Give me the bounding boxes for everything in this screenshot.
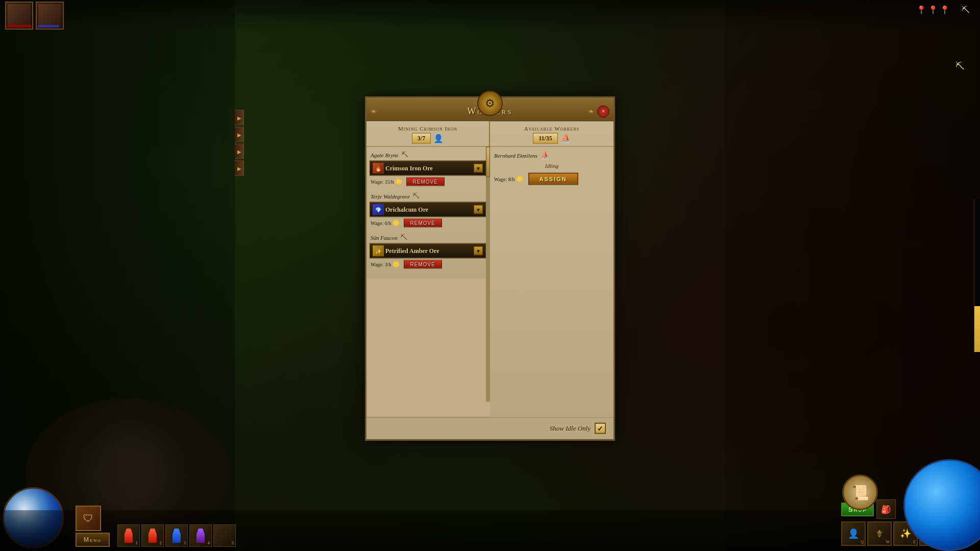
worker-profession-icon-0: ⛏	[401, 151, 408, 159]
dialog-footer: Show Idle Only ✓	[366, 417, 614, 439]
ability-key-w: W	[886, 540, 890, 544]
worker-entry-0: Agate Bryne ⛏ 🔥 Crimson Iron Ore ▼ Wage:…	[370, 151, 486, 186]
skill-icon[interactable]: 🛡	[76, 506, 101, 531]
dialog-titlebar: ❧ Workers ❧ ×	[366, 98, 614, 121]
scroll-widget[interactable]: 📜	[842, 474, 878, 510]
shop-icon[interactable]: 🎒	[876, 499, 896, 519]
minimap-pin-3[interactable]: 📍	[940, 5, 950, 15]
left-scrollbar[interactable]	[486, 147, 490, 402]
hotbar-slot-3[interactable]: 3	[165, 524, 188, 547]
right-count-badge: 11/35	[533, 133, 558, 144]
side-icon-4[interactable]: ▶	[235, 161, 244, 176]
top-hud	[0, 0, 980, 31]
hotbar-potion-3	[172, 529, 182, 543]
worker-name-row-0: Agate Bryne ⛏	[370, 151, 486, 159]
minimap-pin-1[interactable]: 📍	[916, 5, 926, 15]
remove-btn-1[interactable]: REMOVE	[404, 219, 442, 228]
bottom-hud: 🛡 Menu 1 2 3 4 5	[0, 510, 980, 551]
worker-entry-1: Terje Waldegrave ⛏ 💎 Orichalcum Ore ▼ Wa…	[370, 192, 486, 228]
side-icon-1[interactable]: ▶	[235, 110, 244, 126]
left-workers-list: Agate Bryne ⛏ 🔥 Crimson Iron Ore ▼ Wage:…	[366, 147, 489, 279]
ability-w-icon: 🗡	[875, 529, 884, 539]
wage-1: Wage: 6/h 🪙	[371, 220, 400, 227]
ore-icon-0: 🔥	[373, 163, 384, 174]
dialog-body: Mining Crimson Iron 3/7 👤 Agate Bryne ⛏	[366, 121, 614, 417]
ornament-right: ❧	[588, 107, 594, 116]
show-idle-label: Show Idle Only	[550, 424, 591, 433]
side-icons-panel: ▶ ▶ ▶ ▶	[235, 110, 244, 176]
worker-status-0: Idling	[494, 161, 609, 170]
bottom-left-hud: 🛡 Menu	[76, 506, 115, 547]
remove-btn-0[interactable]: REMOVE	[406, 178, 445, 186]
left-scroll-handle[interactable]	[486, 147, 490, 178]
assignment-row-2: ✨ Petrified Amber Ore ▼	[370, 243, 486, 259]
assign-btn-0[interactable]: ASSIGN	[528, 173, 578, 185]
ability-slot-w[interactable]: 🗡 W	[867, 521, 892, 546]
portrait-1[interactable]	[5, 2, 33, 30]
coin-icon-2: 🪙	[393, 261, 400, 268]
hotbar-number-4: 4	[207, 540, 210, 545]
left-panel-label: Mining Crimson Iron	[369, 126, 486, 132]
ability-key-e: E	[913, 540, 916, 544]
remove-btn-2[interactable]: REMOVE	[404, 260, 442, 269]
available-workers-list: Bernhard Ekmilens ⛵ Idling Wage: 8/h 🪙 A…	[490, 147, 614, 195]
right-worker-icon: ⛵	[560, 134, 571, 143]
assign-wage-row-0: Wage: 8/h 🪙 ASSIGN	[494, 173, 609, 185]
portrait-image-1	[8, 4, 31, 27]
coin-icon-1: 🪙	[393, 220, 400, 227]
right-panel: Available Workers 11/35 ⛵ Bernhard Ekmil…	[490, 121, 614, 417]
ore-name-2: Petrified Amber Ore	[385, 247, 472, 255]
worker-name-2: Sūn Faucon	[371, 235, 398, 241]
available-worker-name-row-0: Bernhard Ekmilens ⛵	[494, 151, 609, 160]
right-panel-header: Available Workers 11/35 ⛵	[490, 121, 614, 147]
hotbar-slot-4[interactable]: 4	[189, 524, 212, 547]
hotbar-slot-1[interactable]: 1	[117, 524, 140, 547]
available-coin-0: 🪙	[516, 176, 523, 182]
hotbar-potion-1	[124, 529, 134, 543]
hotbar-potion-4	[195, 529, 206, 543]
wage-2: Wage: 3/h 🪙	[371, 261, 400, 268]
hotbar-slot-2[interactable]: 2	[141, 524, 164, 547]
hp-bar-2	[38, 25, 59, 28]
portrait-2[interactable]	[36, 2, 64, 30]
menu-button[interactable]: Menu	[76, 533, 110, 547]
left-worker-icon: 👤	[433, 134, 444, 143]
left-worker-count-row: 3/7 👤	[369, 133, 486, 144]
ore-dropdown-2[interactable]: ▼	[474, 246, 483, 256]
dialog-emblem	[477, 91, 503, 116]
hotbar-number-5: 5	[231, 540, 234, 545]
ability-key-q: Q	[861, 540, 864, 544]
close-button[interactable]: ×	[597, 105, 609, 117]
side-icon-3[interactable]: ▶	[235, 144, 244, 159]
left-panel-header: Mining Crimson Iron 3/7 👤	[366, 121, 489, 147]
show-idle-checkbox[interactable]: ✓	[595, 423, 606, 434]
ore-name-1: Orichalcum Ore	[385, 206, 472, 213]
workers-dialog: ❧ Workers ❧ × Mining Crimson Iron 3/7 👤	[365, 97, 615, 441]
worker-name-row-1: Terje Waldegrave ⛏	[370, 192, 486, 201]
ability-slot-q[interactable]: 👤 Q	[841, 521, 866, 546]
minimap-pin-2[interactable]: 📍	[928, 5, 938, 15]
worker-profession-icon-1: ⛏	[412, 192, 420, 201]
worker-name-1: Terje Waldegrave	[371, 193, 410, 199]
ore-name-0: Crimson Iron Ore	[385, 164, 472, 172]
map-pickaxe-icon[interactable]: ⛏	[962, 6, 970, 15]
assignment-row-1: 💎 Orichalcum Ore ▼	[370, 202, 486, 217]
ore-icon-1: 💎	[373, 204, 384, 215]
available-worker-icon-0: ⛵	[540, 151, 549, 160]
worker-name-row-2: Sūn Faucon ⛏	[370, 234, 486, 242]
ornament-left: ❧	[371, 107, 377, 116]
side-icon-2[interactable]: ▶	[235, 127, 244, 142]
left-panel-container: Mining Crimson Iron 3/7 👤 Agate Bryne ⛏	[366, 121, 490, 417]
hotbar-number-2: 2	[159, 540, 162, 545]
hp-bar-1	[7, 25, 31, 28]
hotbar-slot-5[interactable]: 5	[213, 524, 236, 547]
wage-remove-row-1: Wage: 6/h 🪙 REMOVE	[370, 219, 486, 228]
worker-profession-icon-2: ⛏	[400, 234, 407, 242]
available-wage-0: Wage: 8/h 🪙	[494, 176, 523, 182]
ore-dropdown-1[interactable]: ▼	[474, 205, 483, 214]
right-worker-count-row: 11/35 ⛵	[493, 133, 611, 144]
ore-dropdown-0[interactable]: ▼	[474, 164, 483, 173]
right-panel-label: Available Workers	[493, 126, 611, 132]
assignment-row-0: 🔥 Crimson Iron Ore ▼	[370, 161, 486, 176]
left-count-badge: 3/7	[412, 133, 431, 144]
